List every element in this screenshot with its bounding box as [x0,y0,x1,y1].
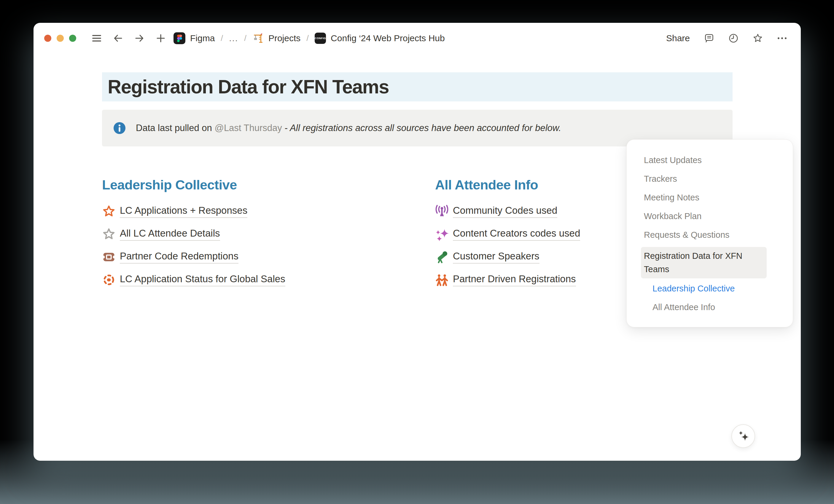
toc-item-meeting-notes[interactable]: Meeting Notes [627,191,793,204]
page-link-label: Community Codes used [453,205,557,218]
ai-assistant-button[interactable] [731,424,755,448]
share-button[interactable]: Share [666,33,690,43]
minimize-window-button[interactable] [57,35,64,42]
page-link-label: Customer Speakers [453,251,540,264]
page-link[interactable]: Partner Code Redemptions [102,250,416,264]
toc-item-workback-plan[interactable]: Workback Plan [627,210,793,223]
page-link-label: All LC Attendee Details [120,228,220,241]
ellipsis-icon[interactable] [777,33,787,43]
people-icon [435,273,449,287]
forward-arrow-icon[interactable] [134,33,145,43]
toc-item-registration-data-active[interactable]: Registration Data for XFN Teams [641,247,767,278]
breadcrumb: Figma / ... / Projects [174,32,445,44]
section-leadership-collective: Leadership Collective LC Applications + … [102,177,416,296]
figma-logo-icon [174,32,185,44]
favorite-star-icon[interactable] [753,33,763,43]
page-title: Registration Data for XFN Teams [108,76,389,98]
hamburger-icon[interactable] [92,33,102,43]
page-link-label: LC Applications + Responses [120,205,247,218]
dotted-circle-icon [102,273,116,287]
page-link[interactable]: LC Application Status for Global Sales [102,273,416,287]
page-link-label: LC Application Status for Global Sales [120,273,285,287]
breadcrumb-item-projects[interactable]: Projects [253,32,301,44]
toc-item-latest-updates[interactable]: Latest Updates [627,154,793,167]
brown-frame-icon [102,250,116,264]
sparkles-icon [435,227,449,241]
page-link-label: Content Creators codes used [453,228,580,241]
clock-icon[interactable] [728,33,739,43]
page-link-label: Partner Code Redemptions [120,251,239,264]
plus-icon[interactable] [156,33,166,43]
breadcrumb-label: Figma [190,33,215,43]
toc-item-leadership-collective[interactable]: Leadership Collective [627,282,793,295]
breadcrumb-separator: / [244,33,246,43]
toolbar: Figma / ... / Projects [34,23,801,54]
table-of-contents-panel: Latest Updates Trackers Meeting Notes Wo… [627,139,793,327]
breadcrumb-collapsed-item[interactable]: ... [229,33,238,43]
info-icon [113,122,126,134]
breadcrumb-separator: / [306,33,309,43]
page-title-block: Registration Data for XFN Teams [102,72,732,101]
callout-prefix: Data last pulled on [136,123,215,133]
back-arrow-icon[interactable] [113,33,123,43]
section-heading: Leadership Collective [102,177,416,193]
breadcrumb-label: Projects [268,33,301,43]
sparkle-icon [736,429,750,443]
traffic-lights [44,35,76,42]
close-window-button[interactable] [44,35,51,42]
breadcrumb-item-figma[interactable]: Figma [174,32,215,44]
toc-item-all-attendee-info[interactable]: All Attendee Info [627,301,793,314]
antenna-icon [435,205,449,218]
gray-star-icon [102,227,116,241]
toolbar-right: Share [666,33,787,43]
toc-item-requests-questions[interactable]: Requests & Questions [627,228,793,241]
date-mention[interactable]: @Last Thursday [215,123,282,133]
nav-buttons [92,33,166,43]
orange-star-icon [102,205,116,218]
page-link[interactable]: LC Applications + Responses [102,205,416,218]
comment-icon[interactable] [704,33,714,43]
breadcrumb-separator: / [221,33,223,43]
page-link[interactable]: All LC Attendee Details [102,227,416,241]
config-chip: CONFIG [315,32,326,44]
crane-icon [253,32,264,44]
callout-text: Data last pulled on @Last Thursday - All… [136,123,561,133]
zoom-window-button[interactable] [69,35,76,42]
toc-item-trackers[interactable]: Trackers [627,172,793,185]
callout-emphasis: - All registrations across all sources h… [282,123,561,133]
breadcrumb-label: Config ‘24 Web Projects Hub [331,33,445,43]
app-window: Figma / ... / Projects [34,23,801,461]
page-link-label: Partner Driven Registrations [453,273,576,287]
microphone-icon [435,250,449,264]
breadcrumb-item-config-hub[interactable]: CONFIG Config ‘24 Web Projects Hub [315,32,445,44]
